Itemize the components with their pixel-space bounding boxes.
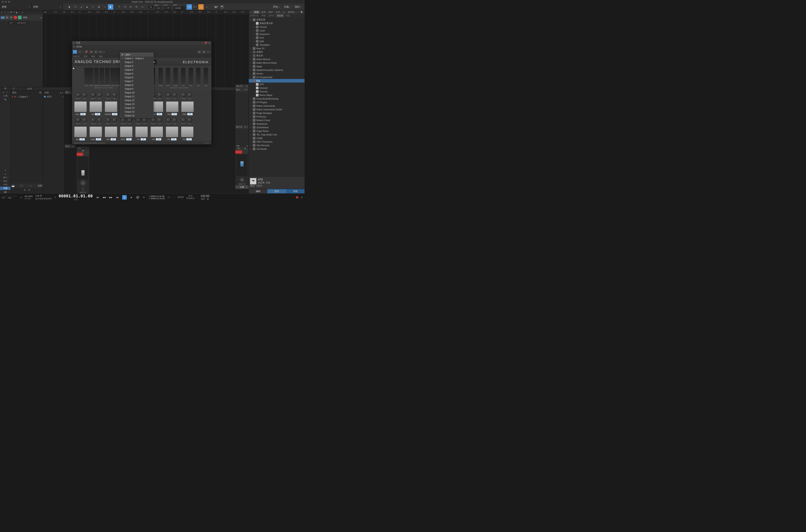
plugin-auto[interactable]: 自动: 关 <box>73 55 80 58</box>
pad-lcd[interactable]: 1 ▸ <box>112 113 117 115</box>
plugin-marker-prev[interactable]: |◀ <box>197 50 201 54</box>
drum-fader[interactable] <box>115 68 119 84</box>
drum-fader[interactable] <box>166 68 170 84</box>
erase-tool[interactable] <box>84 4 90 10</box>
drum-pad[interactable] <box>166 101 178 112</box>
play-button[interactable]: ▶ <box>129 195 133 200</box>
ruler-settings-icon[interactable]: ⋮ <box>18 11 21 14</box>
drum-pad[interactable] <box>74 127 87 137</box>
plugin-next[interactable]: ▶ <box>94 50 98 54</box>
pad-lcd[interactable]: 1 ▸ <box>95 113 100 115</box>
drum-fader[interactable] <box>196 68 200 84</box>
decay-knob[interactable] <box>181 117 186 122</box>
browser-search-icon[interactable]: 🔍 <box>299 10 305 14</box>
pad-lcd[interactable]: 1 ▸ <box>156 138 161 140</box>
ruler-flag-icon[interactable]: ⚑ <box>10 11 12 14</box>
output-menu-item[interactable]: Output 7 <box>120 79 153 83</box>
ripple-toggle[interactable]: → <box>198 4 204 10</box>
output-menu-item[interactable]: Output 11 <box>120 95 153 98</box>
tree-item[interactable]: >Apple <box>249 64 305 68</box>
forward[interactable]: ▶▶ <box>109 195 113 200</box>
main-timecode[interactable]: 00001.01.01.00 <box>59 193 93 198</box>
pan-knob[interactable] <box>187 117 192 122</box>
tree-item[interactable]: >XLN Audio <box>249 147 305 151</box>
plugin-compare[interactable]: 对照 <box>84 55 87 58</box>
snap-toggle-1[interactable]: ⟶ <box>187 4 192 10</box>
grid-icon[interactable]: ▦▾ <box>213 4 219 10</box>
output-menu-item[interactable]: Output 6 <box>120 76 153 79</box>
tree-item[interactable]: >Roland Cloud <box>249 118 305 122</box>
tree-item[interactable]: >Adam Monroe <box>249 57 305 61</box>
plugin-paste[interactable]: 粘贴 <box>99 55 102 58</box>
master-solo[interactable]: S <box>242 147 249 151</box>
plugin-track-select[interactable]: 1 - ATD ▾ <box>72 45 211 49</box>
inst-row[interactable]: ATD ▾ <box>43 95 64 99</box>
tree-item[interactable]: >Templates <box>249 43 305 46</box>
output-menu-item[interactable]: Output 4 <box>120 68 153 72</box>
control-dropdown[interactable]: 控制 <box>32 4 63 10</box>
drum-pad[interactable] <box>105 101 117 112</box>
ruler-curve-icon[interactable]: ∿ <box>7 11 9 14</box>
pan-knob[interactable] <box>112 92 117 97</box>
plugin-copy[interactable]: 复制 <box>91 55 95 58</box>
browser-tab-inst[interactable]: 乐器 <box>253 10 260 14</box>
browser-tab-cloud[interactable]: 云 <box>282 10 286 14</box>
drum-fader[interactable] <box>94 68 99 84</box>
iq-label[interactable]: IQ <box>149 5 153 8</box>
close-icon[interactable]: ✕ <box>208 42 210 44</box>
output-menu-item[interactable]: Output 14 <box>120 106 153 110</box>
drum-fader[interactable] <box>189 68 193 84</box>
drum-pad[interactable] <box>135 127 148 137</box>
pin-icon[interactable]: 📌 <box>204 42 207 44</box>
monitor-button[interactable]: 🔈 <box>18 16 21 19</box>
tempo[interactable]: 120.00 <box>200 194 209 197</box>
tree-item[interactable]: >Chords <box>249 25 305 29</box>
tree-item[interactable]: Retrox Wave <box>249 93 305 97</box>
pad-lcd[interactable]: 1 ▸ <box>157 113 162 115</box>
drum-pad[interactable] <box>166 127 178 137</box>
tree-item[interactable]: Drumart <box>249 90 305 93</box>
tree-item[interactable]: >Sugar Bytes <box>249 129 305 133</box>
strip-mon[interactable] <box>83 153 89 156</box>
tree-item[interactable]: >Arturia <box>249 72 305 75</box>
pan-knob[interactable] <box>142 117 147 122</box>
decay-knob[interactable] <box>151 117 156 122</box>
timecode-unit[interactable]: 小节 <box>74 198 78 201</box>
drum-pad[interactable] <box>151 127 163 137</box>
pan-knob[interactable] <box>97 92 102 97</box>
loop-r[interactable]: 00001.01.01.00 <box>151 197 165 200</box>
pad-lcd[interactable]: 1 ▸ <box>126 138 132 140</box>
sort-flat[interactable]: 平铺 <box>260 14 267 18</box>
link-icon[interactable]: ⟶ <box>29 185 32 187</box>
browser-tab-file[interactable]: 文件 <box>274 10 282 14</box>
tree-item[interactable]: ▾ESL <box>249 79 305 82</box>
pad-lcd[interactable]: 1 ▸ <box>187 113 193 115</box>
pan-knob[interactable] <box>112 117 117 122</box>
plugin-power[interactable]: ⏻ <box>73 50 77 54</box>
tree-item[interactable]: >TAL-Togu Audio Line <box>249 133 305 136</box>
decay-knob[interactable] <box>76 92 81 97</box>
drum-fader[interactable] <box>110 68 115 84</box>
drum-pad[interactable] <box>181 127 194 137</box>
nav-input[interactable]: 输入 <box>0 176 11 179</box>
decay-knob[interactable] <box>181 92 186 97</box>
decay-knob[interactable] <box>76 117 81 122</box>
tree-item[interactable]: >最近的 <box>249 54 305 57</box>
stop-button[interactable]: ■ <box>122 195 127 200</box>
listen-tool[interactable] <box>108 4 113 10</box>
tree-item[interactable]: >Note FX <box>249 46 305 50</box>
decay-knob[interactable] <box>106 92 111 97</box>
output-menu-item[interactable]: Output 3 <box>120 64 153 68</box>
master-label[interactable]: 主要 <box>235 185 249 189</box>
arrow-tool[interactable] <box>67 4 73 10</box>
pan-knob[interactable] <box>187 92 192 97</box>
output-routing-menu[interactable]: A Label Output 1 - Output 1Output 2Outpu… <box>120 53 154 118</box>
browser-tab-fx[interactable]: 效果 <box>260 10 267 14</box>
drum-pad[interactable] <box>74 101 87 112</box>
strip-mute[interactable]: M <box>77 150 89 153</box>
tree-item[interactable]: >Split <box>249 39 305 43</box>
loop-l[interactable]: 00001.01.01.00 <box>150 195 165 197</box>
plugin-marker-next[interactable]: ▶| <box>202 50 206 54</box>
zoom-icon[interactable] <box>134 4 139 10</box>
pad-lcd[interactable]: 1 ▸ <box>80 113 86 115</box>
